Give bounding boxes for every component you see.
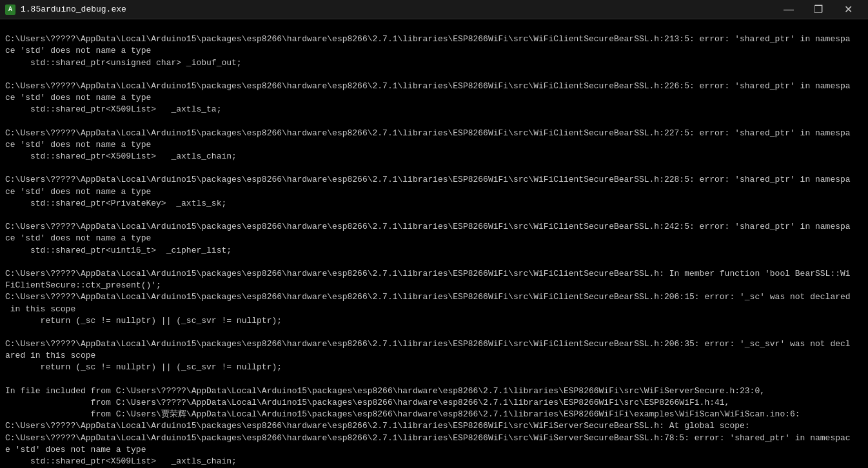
console-line: C:\Users\?????\AppData\Local\Arduino15\p… <box>5 128 863 139</box>
console-line: ared in this scope <box>5 350 863 362</box>
console-line: C:\Users\?????\AppData\Local\Arduino15\p… <box>5 433 863 444</box>
console-line: std::shared_ptr<unsigned char> _iobuf_ou… <box>5 57 863 69</box>
console-line: e 'std' does not name a type <box>5 444 863 456</box>
console-line: C:\Users\?????\AppData\Local\Arduino15\p… <box>5 268 863 280</box>
console-line: FiClientSecure::ctx_present()'; <box>5 280 863 291</box>
console-line: ce 'std' does not name a type <box>5 186 863 198</box>
console-line <box>5 257 863 268</box>
minimize-button[interactable]: — <box>774 0 804 19</box>
console-line: C:\Users\?????\AppData\Local\Arduino15\p… <box>5 174 863 186</box>
console-line: C:\Users\?????\AppData\Local\Arduino15\p… <box>5 221 863 233</box>
console-line: return (_sc != nullptr) || (_sc_svr != n… <box>5 362 863 373</box>
console-line: std::shared_ptr<X509List> _axtls_chain; <box>5 456 863 467</box>
console-line: ce 'std' does not name a type <box>5 92 863 104</box>
console-output: C:\Users\?????\AppData\Local\Arduino15\p… <box>0 19 868 468</box>
console-line: C:\Users\?????\AppData\Local\Arduino15\p… <box>5 34 863 45</box>
console-line: C:\Users\?????\AppData\Local\Arduino15\p… <box>5 291 863 303</box>
app-icon: A <box>5 5 15 15</box>
console-line: std::shared_ptr<X509List> _axtls_ta; <box>5 104 863 115</box>
console-line <box>5 162 863 174</box>
close-button[interactable]: ✕ <box>833 0 863 19</box>
title-bar-left: A 1.85arduino_debug.exe <box>5 5 126 15</box>
console-line <box>5 69 863 81</box>
console-line <box>5 327 863 338</box>
console-line: In file included from C:\Users\?????\App… <box>5 385 863 397</box>
console-line: std::shared_ptr<X509List> _axtls_chain; <box>5 151 863 162</box>
console-line: std::shared_ptr<uint16_t> _cipher_list; <box>5 245 863 257</box>
console-line: from C:\Users\贾荣辉\AppData\Local\Arduino1… <box>5 409 863 420</box>
maximize-button[interactable]: ❐ <box>804 0 833 19</box>
console-line: C:\Users\?????\AppData\Local\Arduino15\p… <box>5 81 863 92</box>
console-line: ce 'std' does not name a type <box>5 45 863 57</box>
console-line: C:\Users\?????\AppData\Local\Arduino15\p… <box>5 338 863 350</box>
console-line <box>5 116 863 128</box>
console-line: C:\Users\?????\AppData\Local\Arduino15\p… <box>5 420 863 432</box>
console-line: ce 'std' does not name a type <box>5 139 863 151</box>
window-title: 1.85arduino_debug.exe <box>21 5 126 14</box>
window-controls[interactable]: — ❐ ✕ <box>774 0 863 19</box>
console-line <box>5 374 863 385</box>
console-line: ce 'std' does not name a type <box>5 233 863 244</box>
console-line: return (_sc != nullptr) || (_sc_svr != n… <box>5 315 863 327</box>
console-line: std::shared_ptr<PrivateKey> _axtls_sk; <box>5 198 863 210</box>
title-bar: A 1.85arduino_debug.exe — ❐ ✕ <box>0 0 868 19</box>
console-line <box>5 210 863 221</box>
console-line: from C:\Users\?????\AppData\Local\Arduin… <box>5 397 863 409</box>
console-line: in this scope <box>5 304 863 315</box>
